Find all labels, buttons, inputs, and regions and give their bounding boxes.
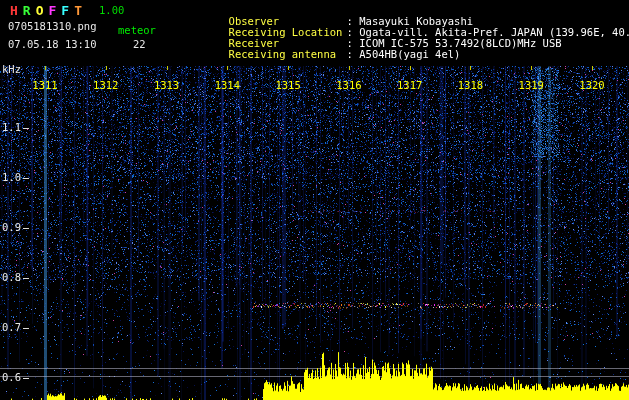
- logo-letter: F: [61, 3, 69, 18]
- hrofft-spectrogram-screen: HROFFT 1.00 0705181310.png meteor 07.05.…: [0, 0, 629, 400]
- x-tick-label: 1318: [456, 80, 484, 91]
- x-tick-label: 1315: [274, 80, 302, 91]
- x-tick-label: 1313: [153, 80, 181, 91]
- x-tick-label: 1311: [31, 80, 59, 91]
- y-tick-label: 0.7: [2, 322, 21, 333]
- y-tick-label: 1.0: [2, 172, 21, 183]
- info-row-observer: Observer: Masayuki Kobayashi: [178, 5, 629, 16]
- y-tick-label: 0.6: [2, 372, 21, 383]
- logo-letter: H: [10, 3, 18, 18]
- x-tick-label: 1316: [335, 80, 363, 91]
- observation-info-block: Observer: Masayuki Kobayashi Receiving L…: [178, 5, 629, 49]
- x-tick-label: 1314: [213, 80, 241, 91]
- spectrogram-canvas: [0, 0, 629, 400]
- logo-letter: T: [74, 3, 82, 18]
- datetime-label: 07.05.18 13:10: [8, 39, 97, 50]
- x-tick-label: 1312: [92, 80, 120, 91]
- logo-letter: F: [48, 3, 56, 18]
- x-tick-label: 1317: [396, 80, 424, 91]
- logo-letter: O: [36, 3, 44, 18]
- logo-letter: R: [23, 3, 31, 18]
- y-tick-label: 0.9: [2, 222, 21, 233]
- y-axis-unit-label: kHz: [2, 64, 21, 75]
- y-tick-label: 0.8: [2, 272, 21, 283]
- output-filename: 0705181310.png: [8, 21, 97, 32]
- x-tick-label: 1319: [517, 80, 545, 91]
- y-tick-label: 1.1: [2, 122, 21, 133]
- x-tick-label: 1320: [578, 80, 606, 91]
- app-logo: HROFFT: [10, 3, 87, 18]
- app-version: 1.00: [99, 5, 124, 16]
- meteor-count: 22: [133, 39, 146, 50]
- mode-label: meteor: [118, 25, 156, 36]
- info-value: A504HB(yagi 4el): [359, 48, 460, 60]
- info-label: Receiving antenna: [229, 49, 347, 60]
- info-separator: :: [347, 48, 360, 60]
